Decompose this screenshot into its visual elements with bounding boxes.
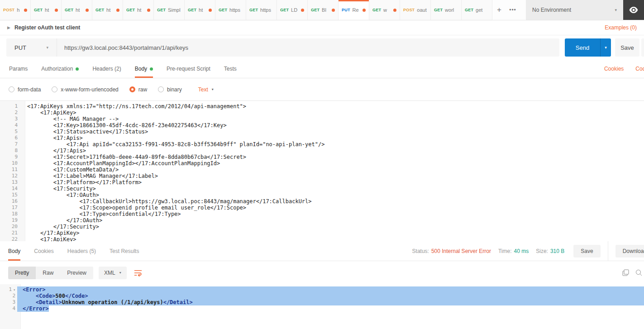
tab-options-button[interactable]: ••• [506,0,520,20]
tab-label: Headers (5) [67,248,96,254]
response-meta-item: Status: 500 Internal Server Error [412,248,491,254]
raw-type-dropdown[interactable]: Text ▾ [198,86,214,93]
examples-link[interactable]: Examples (0) [605,24,637,31]
request-tab[interactable]: GET w [369,0,400,20]
response-section-tab[interactable]: Headers (5) [67,241,96,261]
environment-quick-look-button[interactable] [623,0,644,20]
raw-type-value: Text [198,86,208,93]
body-mode-option[interactable]: binary [158,86,182,93]
method-value: PUT [14,44,26,51]
request-tab[interactable]: GET Bl [308,0,339,20]
request-tab[interactable]: GET ht [92,0,123,20]
send-options-button[interactable]: ▾ [600,38,611,57]
request-section-tab[interactable]: Body [135,60,153,78]
unsaved-dot [301,9,304,12]
response-section-tab[interactable]: Cookies [34,241,53,261]
response-meta-item: Size: 310 B [536,248,564,254]
line-number: 9 [0,154,22,160]
radio-icon [52,86,57,92]
send-button[interactable]: Send [565,38,600,57]
response-view-mode[interactable]: Preview [60,267,93,279]
line-number: 3 [0,299,17,305]
response-language-dropdown[interactable]: XML ▾ [99,267,127,279]
request-tab-method: GET [65,8,73,12]
download-response-button[interactable]: Download [615,245,644,257]
request-tab-title: LD [291,7,299,13]
search-response-button[interactable] [635,269,642,276]
method-dropdown[interactable]: PUT ▾ [6,38,57,57]
request-tab[interactable]: GET ht [62,0,92,20]
new-tab-button[interactable]: + [492,0,506,20]
environment-name: No Environment [532,7,571,13]
request-body-editor[interactable]: 1 <17:ApiKeys xmlns:17="http://ns.17tech… [0,100,644,241]
code-line: 9 <17:Secret>171f6a0b-deee-44a9-89fe-8dd… [0,154,644,160]
request-section-tab[interactable]: Tests [224,60,237,78]
request-tab[interactable]: GET https [215,0,246,20]
url-input-group: PUT ▾ https://gw3.local.poc:8443/portalm… [6,38,559,57]
body-mode-option[interactable]: x-www-form-urlencoded [52,86,118,93]
response-section-tab[interactable]: Body [8,241,20,261]
wrap-text-button[interactable] [134,269,142,277]
request-tab[interactable]: PUT Re [339,0,369,20]
request-section-tab[interactable]: Pre-request Script [167,60,210,78]
body-mode-row: form-data x-www-form-urlencoded raw bina… [0,78,644,100]
body-mode-option[interactable]: raw [129,86,147,93]
request-tab-method: GET [188,8,196,12]
body-mode-label: x-www-form-urlencoded [61,86,118,93]
request-section-tab[interactable]: Authorization [41,60,79,78]
collapse-caret-icon[interactable]: ▶ [7,25,10,30]
line-number: 21 [0,230,22,236]
request-section-tab[interactable]: Params [9,60,28,78]
copy-response-button[interactable] [622,269,629,276]
request-tab-method: POST [403,8,415,12]
response-body-editor[interactable]: 1 <Error> 2 <Code>500</Code> 3 <Detail>U… [0,284,644,329]
environment-selector[interactable]: No Environment ▾ [526,0,623,20]
request-tab[interactable]: GET worl [431,0,462,20]
request-link[interactable]: Cookies [604,66,624,72]
response-view-mode[interactable]: Raw [36,267,60,279]
save-request-button[interactable]: Save [615,38,639,57]
code-line: 8 </17:Apis> [0,148,644,154]
wrap-text-icon [134,269,142,277]
code-line: 11 <17:CustomMetaData/> [0,167,644,173]
url-input[interactable]: https://gw3.local.poc:8443/portalman/1/a… [57,38,559,57]
line-number: 4 [0,305,17,312]
request-tab[interactable]: POST oaut [400,0,431,20]
line-text: <17:Platform></17:Platform> [22,179,142,186]
request-tab[interactable]: GET ht [185,0,215,20]
line-text: <17:CallbackUrl>https://gw3.local.poc:84… [22,198,312,205]
request-tab[interactable]: GET ht [31,0,62,20]
request-link[interactable]: Code [635,66,644,72]
request-tab[interactable]: GET get [462,0,492,20]
line-text: </17:Apis> [22,148,86,154]
request-tab-title: ht [106,7,114,13]
line-text: <!-- MAG Manager --> [22,116,119,122]
request-tab-method: GET [95,8,104,12]
line-text: <Detail>Unknown operation (/1/api/keys)<… [17,299,644,305]
request-tab[interactable]: GET https [246,0,277,20]
code-line: 12 <17:Label>MAG Manager</17:Label> [0,173,644,179]
response-right-icons [622,269,642,276]
response-view-mode[interactable]: Pretty [8,267,36,279]
request-tab[interactable]: GET Simpl [154,0,185,20]
request-tab[interactable]: GET LD [277,0,308,20]
body-mode-option[interactable]: form-data [9,86,41,93]
request-tab[interactable]: GET ht [123,0,154,20]
code-line: 17 <17:Scope>openid profile email user_r… [0,205,644,211]
code-line: 1 <Error> [0,286,644,293]
line-text: </17:ApiKey> [22,230,80,236]
response-section-tab[interactable]: Test Results [110,241,139,261]
save-options-button[interactable]: ▾ [641,38,644,57]
request-tab[interactable]: POST h [0,0,31,20]
request-tab-method: GET [280,8,289,12]
radio-icon [9,86,14,92]
request-tab-title: ht [45,7,52,13]
unsaved-dot [332,9,335,12]
request-tab-title: Re [353,7,360,13]
request-section-tab[interactable]: Headers (2) [92,60,121,78]
meta-label: Size: [536,248,548,254]
unsaved-dot [209,9,212,12]
save-response-button[interactable]: Save [573,245,600,257]
code-line: 20 </17:Security> [0,224,644,230]
request-tab-method: GET [249,8,258,12]
